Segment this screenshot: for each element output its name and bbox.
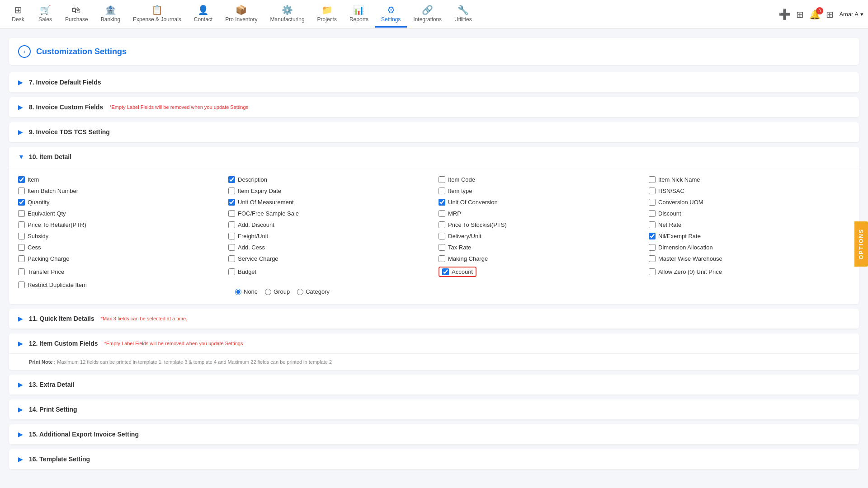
- checkbox-item-code[interactable]: [439, 176, 445, 183]
- nav-item-banking[interactable]: 🏦Banking: [94, 1, 127, 28]
- label-item-nick-name[interactable]: Item Nick Name: [658, 176, 700, 183]
- checkbox-discount[interactable]: [649, 210, 656, 217]
- section-header-quick-item-details[interactable]: ▶ 11. Quick Item Details *Max 3 fields c…: [9, 309, 859, 329]
- checkbox-unit-of-measurement[interactable]: [228, 199, 235, 206]
- nav-item-integrations[interactable]: 🔗Integrations: [407, 1, 448, 28]
- nav-item-projects[interactable]: 📁Projects: [311, 1, 343, 28]
- nav-item-utilities[interactable]: 🔧Utilities: [448, 1, 478, 28]
- checkbox-net-rate[interactable]: [649, 221, 656, 228]
- checkbox-packing-charge[interactable]: [18, 255, 25, 262]
- grid-icon[interactable]: ⊞: [796, 9, 804, 20]
- section-header-additional-export[interactable]: ▶ 15. Additional Export Invoice Setting: [9, 424, 859, 445]
- checkbox-price-to-retailer[interactable]: [18, 221, 25, 228]
- nav-item-sales[interactable]: 🛒Sales: [32, 1, 59, 28]
- section-header-item-custom-fields[interactable]: ▶ 12. Item Custom Fields *Empty Label Fi…: [9, 333, 859, 354]
- section-header-invoice-default-fields[interactable]: ▶ 7. Invoice Default Fields: [9, 72, 859, 93]
- label-quantity[interactable]: Quantity: [28, 199, 49, 206]
- section-header-invoice-custom-fields[interactable]: ▶ 8. Invoice Custom Fields *Empty Label …: [9, 97, 859, 117]
- section-header-extra-detail[interactable]: ▶ 13. Extra Detail: [9, 375, 859, 395]
- checkbox-nil-exempt-rate[interactable]: [649, 233, 656, 239]
- checkbox-quantity[interactable]: [18, 199, 25, 206]
- nav-item-reports[interactable]: 📊Reports: [343, 1, 375, 28]
- label-allow-zero-unit-price[interactable]: Allow Zero (0) Unit Price: [658, 268, 722, 275]
- label-discount[interactable]: Discount: [658, 210, 681, 217]
- checkbox-item[interactable]: [18, 176, 25, 183]
- label-price-to-stockist[interactable]: Price To Stockist(PTS): [448, 221, 507, 228]
- checkbox-conversion-uom[interactable]: [649, 199, 656, 206]
- label-dimension-allocation[interactable]: Dimension Allocation: [658, 244, 713, 251]
- radio-none[interactable]: None: [235, 288, 258, 295]
- checkbox-item-batch-number[interactable]: [18, 188, 25, 194]
- label-item[interactable]: Item: [28, 176, 39, 183]
- section-header-invoice-tds-tcs[interactable]: ▶ 9. Invoice TDS TCS Setting: [9, 122, 859, 142]
- label-item-expiry-date[interactable]: Item Expiry Date: [238, 188, 281, 194]
- label-restrict-duplicate-item[interactable]: Restrict Duplicate Item: [28, 282, 87, 288]
- label-making-charge[interactable]: Making Charge: [448, 255, 488, 262]
- checkbox-mrp[interactable]: [439, 210, 445, 217]
- label-unit-of-conversion[interactable]: Unit Of Conversion: [448, 199, 498, 206]
- checkbox-subsidy[interactable]: [18, 233, 25, 239]
- checkbox-delivery-unit[interactable]: [439, 233, 445, 239]
- label-tax-rate[interactable]: Tax Rate: [448, 244, 471, 251]
- checkbox-tax-rate[interactable]: [439, 244, 445, 251]
- radio-input-category[interactable]: [297, 289, 303, 295]
- label-price-to-retailer[interactable]: Price To Retailer(PTR): [28, 221, 86, 228]
- checkbox-allow-zero-unit-price[interactable]: [649, 268, 656, 275]
- label-budget[interactable]: Budget: [238, 268, 256, 275]
- label-foc-free-sample-sale[interactable]: FOC/Free Sample Sale: [238, 210, 299, 217]
- checkbox-budget[interactable]: [228, 268, 235, 275]
- label-mrp[interactable]: MRP: [448, 210, 461, 217]
- checkbox-restrict-duplicate-item[interactable]: [18, 282, 25, 288]
- section-header-print-setting[interactable]: ▶ 14. Print Setting: [9, 399, 859, 420]
- checkbox-item-nick-name[interactable]: [649, 176, 656, 183]
- checkbox-add-cess[interactable]: [228, 244, 235, 251]
- checkbox-foc-free-sample-sale[interactable]: [228, 210, 235, 217]
- nav-item-desk[interactable]: ⊞Desk: [5, 1, 32, 28]
- checkbox-transfer-price[interactable]: [18, 268, 25, 275]
- apps-icon[interactable]: ⊞: [826, 9, 834, 20]
- radio-input-none[interactable]: [235, 289, 241, 295]
- section-header-template-setting[interactable]: ▶ 16. Template Setting: [9, 449, 859, 469]
- label-service-charge[interactable]: Service Charge: [238, 255, 278, 262]
- label-account[interactable]: Account: [452, 268, 473, 275]
- user-menu[interactable]: Amar A ▾: [839, 11, 863, 18]
- checkbox-item-expiry-date[interactable]: [228, 188, 235, 194]
- label-cess[interactable]: Cess: [28, 244, 41, 251]
- label-item-type[interactable]: Item type: [448, 188, 472, 194]
- checkbox-account[interactable]: [442, 268, 449, 275]
- checkbox-description[interactable]: [228, 176, 235, 183]
- label-transfer-price[interactable]: Transfer Price: [28, 268, 64, 275]
- checkbox-service-charge[interactable]: [228, 255, 235, 262]
- label-description[interactable]: Description: [238, 176, 267, 183]
- nav-item-proinventory[interactable]: 📦Pro Inventory: [219, 1, 264, 28]
- label-conversion-uom[interactable]: Conversion UOM: [658, 199, 703, 206]
- checkbox-add-discount[interactable]: [228, 221, 235, 228]
- label-freight-unit[interactable]: Freight/Unit: [238, 233, 268, 239]
- label-delivery-unit[interactable]: Delivery/Unit: [448, 233, 481, 239]
- back-button[interactable]: ‹: [18, 45, 31, 58]
- label-equivalent-qty[interactable]: Equivalent Qty: [28, 210, 66, 217]
- nav-item-contact[interactable]: 👤Contact: [188, 1, 219, 28]
- checkbox-freight-unit[interactable]: [228, 233, 235, 239]
- checkbox-hsn-sac[interactable]: [649, 188, 656, 194]
- label-unit-of-measurement[interactable]: Unit Of Measurement: [238, 199, 294, 206]
- radio-category[interactable]: Category: [297, 288, 330, 295]
- nav-item-expense[interactable]: 📋Expense & Journals: [127, 1, 188, 28]
- label-add-cess[interactable]: Add. Cess: [238, 244, 265, 251]
- label-master-wise-warehouse[interactable]: Master Wise Warehouse: [658, 255, 722, 262]
- checkbox-item-type[interactable]: [439, 188, 445, 194]
- checkbox-equivalent-qty[interactable]: [18, 210, 25, 217]
- label-subsidy[interactable]: Subsidy: [28, 233, 48, 239]
- label-item-batch-number[interactable]: Item Batch Number: [28, 188, 78, 194]
- section-header-item-detail[interactable]: ▼ 10. Item Detail: [9, 147, 859, 167]
- label-nil-exempt-rate[interactable]: Nil/Exempt Rate: [658, 233, 701, 239]
- label-packing-charge[interactable]: Packing Charge: [28, 255, 70, 262]
- radio-input-group[interactable]: [265, 289, 271, 295]
- notification-icon[interactable]: 🔔 0: [809, 9, 821, 20]
- nav-item-manufacturing[interactable]: ⚙️Manufacturing: [264, 1, 311, 28]
- label-hsn-sac[interactable]: HSN/SAC: [658, 188, 684, 194]
- checkbox-cess[interactable]: [18, 244, 25, 251]
- nav-item-settings[interactable]: ⚙Settings: [375, 1, 407, 28]
- label-net-rate[interactable]: Net Rate: [658, 221, 681, 228]
- checkbox-unit-of-conversion[interactable]: [439, 199, 445, 206]
